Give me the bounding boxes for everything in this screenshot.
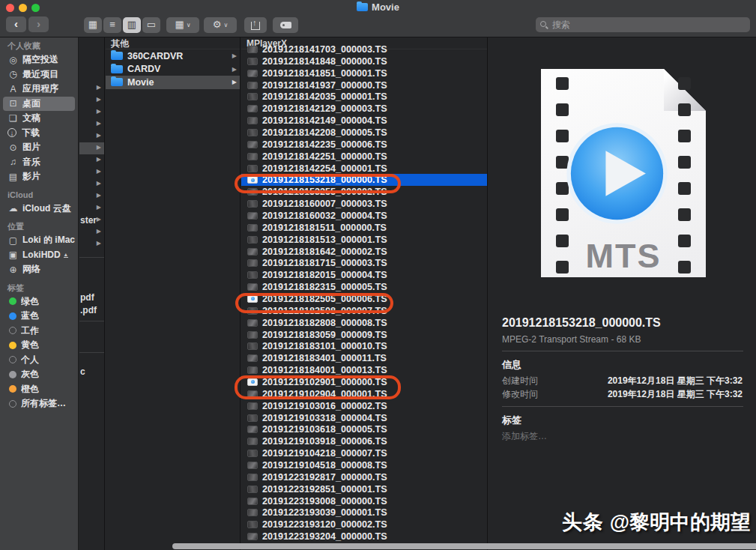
sidebar-item[interactable]: ⊕网络 bbox=[3, 262, 75, 277]
file-name: 20191218183059_000009.TS bbox=[262, 330, 387, 340]
file-row[interactable]: 20191219103618_000005.TS bbox=[241, 424, 487, 436]
tag-color-dot bbox=[9, 385, 16, 393]
sidebar-item[interactable]: ♫音乐 bbox=[3, 155, 75, 170]
file-row[interactable]: 20191218142149_000004.TS bbox=[241, 115, 487, 127]
sidebar-item-label: 文稿 bbox=[22, 112, 40, 124]
sidebar-item[interactable]: 绿色 bbox=[3, 294, 75, 309]
video-thumbnail-icon bbox=[247, 498, 258, 505]
list-view-icon: ≡ bbox=[109, 19, 115, 30]
disclosure-arrow-icon: ▶ bbox=[97, 216, 101, 223]
sidebar-item[interactable]: ⊙图片 bbox=[3, 140, 75, 155]
file-row[interactable]: 20191218182808_000008.TS bbox=[241, 317, 487, 329]
sidebar-item[interactable]: ↓下载 bbox=[3, 126, 75, 141]
file-row[interactable]: 20191218181715_000003.TS bbox=[241, 257, 487, 269]
network-icon: ⊕ bbox=[7, 265, 19, 275]
gallery-view-button[interactable]: ▭ bbox=[142, 17, 160, 33]
horizontal-scrollbar[interactable] bbox=[172, 543, 756, 549]
file-row[interactable]: 20191218181513_000001.TS bbox=[241, 234, 487, 246]
sidebar-item[interactable]: 黄色 bbox=[3, 338, 75, 353]
video-thumbnail-icon bbox=[247, 165, 258, 172]
add-tags-field[interactable]: 添加标签… bbox=[502, 430, 547, 443]
file-row[interactable]: 20191218182315_000005.TS bbox=[241, 281, 487, 293]
imac-icon: ▢ bbox=[7, 235, 19, 246]
sidebar-item[interactable]: ▢Loki 的 iMac bbox=[3, 233, 75, 248]
sidebar-item[interactable]: 工作 bbox=[3, 324, 75, 339]
file-row[interactable]: 20191218182015_000004.TS bbox=[241, 269, 487, 281]
file-row[interactable]: 20191218181642_000002.TS bbox=[241, 246, 487, 258]
file-row[interactable]: 20191219104218_000007.TS bbox=[241, 447, 487, 459]
file-row[interactable]: 20191223192851_000001.TS bbox=[241, 483, 487, 495]
video-thumbnail-icon bbox=[247, 93, 258, 100]
sidebar-item[interactable]: ☁iCloud 云盘 bbox=[3, 202, 75, 217]
sidebar-item[interactable]: 蓝色 bbox=[3, 309, 75, 324]
disclosure-arrow-icon: ▶ bbox=[97, 96, 101, 103]
play-button-icon bbox=[566, 122, 668, 225]
sidebar-item-label: LokiHDD bbox=[22, 250, 61, 260]
file-row[interactable]: 20191218142254_000001.TS bbox=[241, 163, 487, 175]
tags-button[interactable] bbox=[273, 17, 298, 33]
share-button[interactable] bbox=[244, 17, 267, 33]
disclosure-arrow-icon: ▶ bbox=[97, 240, 101, 247]
icon-view-button[interactable]: ▦ bbox=[84, 17, 102, 33]
sidebar-item[interactable]: ❏文稿 bbox=[3, 111, 75, 126]
action-menu-button[interactable]: ⚙∨ bbox=[204, 17, 237, 33]
file-row[interactable]: 20191218141851_000001.TS bbox=[241, 67, 487, 79]
file-name: 20191218142208_000005.TS bbox=[262, 127, 387, 138]
file-row[interactable]: 20191223193039_000001.TS bbox=[241, 507, 487, 519]
file-name: 20191218181511_000000.TS bbox=[262, 223, 387, 233]
clipped-column[interactable]: ▶▶▶▶▶▶▶▶▶▶▶▶▶▶sterpdf.pdfc bbox=[79, 37, 105, 550]
column-view-button[interactable]: ▥ bbox=[123, 17, 141, 33]
file-row[interactable]: 20191218141848_000000.TS bbox=[241, 55, 487, 67]
file-row[interactable]: 20191219103918_000006.TS bbox=[241, 435, 487, 447]
folder-row[interactable]: 360CARDVR▶ bbox=[106, 49, 240, 63]
file-name: 20191218181715_000003.TS bbox=[262, 258, 387, 268]
file-row[interactable]: 20191218183401_000011.TS bbox=[241, 352, 487, 364]
sidebar-item[interactable]: 灰色 bbox=[3, 367, 75, 382]
chevron-down-icon: ∨ bbox=[223, 22, 228, 28]
folder-rows: 360CARDVR▶CARDV▶Movie▶ bbox=[106, 49, 240, 89]
file-row[interactable]: 20191218142129_000003.TS bbox=[241, 103, 487, 115]
file-row[interactable]: 20191218142235_000006.TS bbox=[241, 139, 487, 151]
file-row[interactable]: 20191218142208_000005.TS bbox=[241, 127, 487, 139]
file-row[interactable]: 20191218160032_000004.TS bbox=[241, 210, 487, 222]
file-row[interactable]: 20191219103318_000004.TS bbox=[241, 412, 487, 424]
sidebar-item[interactable]: ▤影片 bbox=[3, 169, 75, 184]
sidebar-item[interactable]: 个人 bbox=[3, 353, 75, 368]
eject-icon[interactable]: ▴ bbox=[64, 252, 68, 258]
file-row[interactable]: 20191218181511_000000.TS bbox=[241, 222, 487, 234]
file-row[interactable]: 20191218142251_000000.TS bbox=[241, 151, 487, 163]
sidebar-item[interactable]: 所有标签… bbox=[3, 396, 75, 411]
file-row[interactable]: 20191218183059_000009.TS bbox=[241, 329, 487, 341]
sidebar-item[interactable]: ⊡桌面 bbox=[3, 97, 75, 112]
group-by-button[interactable]: ▦∨ bbox=[166, 17, 199, 33]
folder-row[interactable]: CARDV▶ bbox=[106, 63, 240, 76]
film-hole bbox=[678, 208, 691, 221]
file-row[interactable]: 20191218184001_000013.TS bbox=[241, 364, 487, 376]
file-row[interactable]: 20191223193008_000000.TS bbox=[241, 495, 487, 507]
back-button[interactable]: ‹ bbox=[6, 16, 26, 32]
search-input[interactable]: 搜索 bbox=[536, 17, 750, 32]
disclosure-arrow-icon: ▶ bbox=[97, 168, 101, 175]
file-name: 20191219103918_000006.TS bbox=[262, 436, 387, 447]
folder-row[interactable]: Movie▶ bbox=[106, 76, 240, 89]
sidebar-item[interactable]: ◷最近项目 bbox=[3, 67, 75, 82]
list-view-button[interactable]: ≡ bbox=[103, 17, 121, 33]
sidebar-item[interactable]: ▣LokiHDD▴ bbox=[3, 248, 75, 263]
sidebar-item[interactable]: ◎隔空投送 bbox=[3, 52, 75, 67]
file-row[interactable]: 20191218160007_000003.TS bbox=[241, 198, 487, 210]
window-title: Movie bbox=[0, 1, 756, 13]
file-row[interactable]: 20191219104518_000008.TS bbox=[241, 459, 487, 471]
file-row[interactable]: 20191223192817_000000.TS bbox=[241, 471, 487, 483]
file-row[interactable]: 20191223193120_000002.TS bbox=[241, 519, 487, 531]
sidebar-item[interactable]: 橙色 bbox=[3, 382, 75, 397]
sidebar-item[interactable]: A应用程序 bbox=[3, 82, 75, 97]
file-row[interactable]: 20191218142035_000001.TS bbox=[241, 91, 487, 103]
file-row[interactable]: 20191219103016_000002.TS bbox=[241, 400, 487, 412]
disclosure-arrow-icon: ▶ bbox=[232, 52, 237, 59]
file-row[interactable]: 20191218141937_000000.TS bbox=[241, 79, 487, 91]
file-row[interactable]: 20191223193204_000000.TS bbox=[241, 531, 487, 543]
search-icon bbox=[540, 21, 546, 27]
forward-button[interactable]: › bbox=[28, 16, 49, 32]
file-row[interactable]: 20191218141703_000003.TS bbox=[241, 43, 487, 55]
file-row[interactable]: 20191218183101_000010.TS bbox=[241, 340, 487, 352]
